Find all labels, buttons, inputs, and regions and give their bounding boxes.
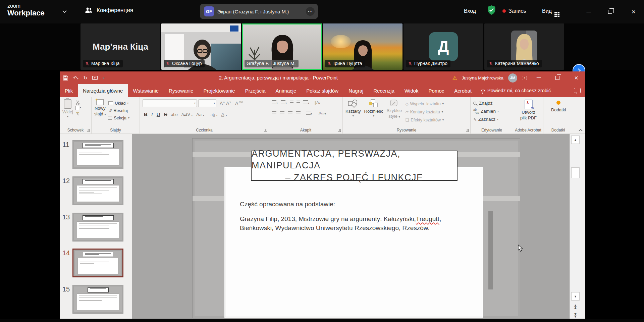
slide-body-text[interactable]: Część opracowana na podstawie: Grażyna F… bbox=[240, 200, 461, 233]
decrease-indent-button[interactable] bbox=[290, 101, 293, 104]
highlight-color-button[interactable]: ab̲ ▾ bbox=[211, 112, 218, 117]
font-dialog-launcher[interactable] bbox=[264, 129, 267, 132]
ribbon-tab-projektowanie[interactable]: Projektowanie bbox=[198, 84, 240, 97]
ribbon-tab-widok[interactable]: Widok bbox=[399, 84, 424, 97]
ribbon-tab-pomoc[interactable]: Pomoc bbox=[424, 84, 449, 97]
ribbon-tab-plik[interactable]: Plik bbox=[60, 84, 78, 97]
customize-qat-icon[interactable]: ▾ bbox=[103, 76, 104, 80]
slide-scrollbar[interactable]: ▲ ▼ ▲▲ ▼▼ bbox=[570, 134, 581, 319]
security-shield-icon[interactable] bbox=[487, 5, 496, 15]
undo-icon[interactable]: ↶▾ bbox=[73, 75, 78, 80]
clear-formatting-button[interactable]: A⌫ bbox=[235, 101, 243, 106]
shapes-button[interactable]: Kształty▾ bbox=[345, 99, 361, 123]
align-right-button[interactable] bbox=[288, 111, 292, 115]
participant-tile[interactable]: Ірина Пуцята bbox=[323, 23, 402, 70]
ppt-restore-button[interactable] bbox=[550, 71, 565, 84]
shape-fill-button[interactable]: ◇̣Wypełn. kształtu▾ bbox=[405, 101, 444, 107]
shape-effects-button[interactable]: ❏Efekty kształtów▾ bbox=[405, 117, 444, 123]
account-avatar[interactable]: JM bbox=[508, 73, 517, 83]
slide-title-placeholder[interactable]: ARGUMENTACJA, PERSWAZJA, MANIPULACJA – Z… bbox=[251, 151, 458, 181]
view-button[interactable]: Вид bbox=[542, 8, 559, 17]
ribbon-tab-rysowanie[interactable]: Rysowanie bbox=[164, 84, 198, 97]
zoom-minimize-button[interactable]: ─ bbox=[580, 0, 597, 23]
font-name-combobox[interactable]: ▾ bbox=[143, 99, 197, 107]
scroll-down-button[interactable]: ▼ bbox=[571, 292, 580, 301]
find-button[interactable]: Znajdź bbox=[473, 100, 511, 106]
line-spacing-button[interactable]: ▾ bbox=[303, 99, 309, 105]
section-button[interactable]: Sekcja▾ bbox=[108, 115, 129, 121]
slide-thumbnail[interactable] bbox=[72, 140, 123, 169]
participant-tile-active-speaker[interactable]: Grażyna F. i Justyna M. bbox=[242, 23, 322, 70]
select-button[interactable]: ⇖Zaznacz▾ bbox=[473, 116, 511, 122]
clipboard-dialog-launcher[interactable] bbox=[87, 129, 90, 132]
decrease-font-button[interactable]: A˅ bbox=[226, 101, 231, 106]
ribbon-tab-animacje[interactable]: Animacje bbox=[271, 84, 302, 97]
save-icon[interactable] bbox=[63, 75, 68, 80]
participant-tile[interactable]: Оксана Гоцур bbox=[161, 23, 241, 70]
shadow-button[interactable]: S bbox=[164, 111, 167, 117]
drawing-dialog-launcher[interactable] bbox=[466, 129, 469, 132]
shared-screen-tab[interactable]: GF Экран (Grażyna F. i Justyna M.) ⋯ bbox=[200, 4, 318, 19]
previous-slide-button[interactable]: ▲▲ bbox=[571, 302, 580, 311]
ribbon-display-options-icon[interactable]: ↑ bbox=[522, 76, 527, 80]
font-size-combobox[interactable]: ▾ bbox=[198, 99, 216, 107]
zoom-restore-button[interactable] bbox=[601, 0, 619, 23]
slide-canvas[interactable]: Część opracowana na podstawie: Grażyna F… bbox=[193, 139, 520, 318]
increase-indent-button[interactable] bbox=[297, 101, 300, 104]
slide-content-placeholder[interactable]: Część opracowana na podstawie: Grażyna F… bbox=[224, 167, 483, 318]
change-case-button[interactable]: Aa ▾ bbox=[196, 112, 204, 117]
start-slideshow-icon[interactable] bbox=[92, 76, 98, 80]
addins-button[interactable]: Dodatki bbox=[546, 101, 571, 112]
cut-icon[interactable] bbox=[75, 100, 80, 105]
sign-in-button[interactable]: Вход bbox=[464, 8, 476, 14]
ribbon-tab-acrobat[interactable]: Acrobat bbox=[449, 84, 477, 97]
shape-outline-button[interactable]: ▱Kontury kształtu▾ bbox=[405, 109, 444, 115]
copy-button[interactable]: ▾ bbox=[75, 106, 81, 110]
ribbon-tab-narzędzia-główne[interactable]: Narzędzia główne bbox=[78, 84, 128, 97]
character-spacing-button[interactable]: A⇄V ▾ bbox=[181, 112, 193, 117]
meeting-tab[interactable]: Конференция bbox=[85, 7, 133, 14]
more-options-icon[interactable]: ⋯ bbox=[306, 7, 315, 16]
strikethrough-button[interactable]: abe bbox=[171, 112, 178, 117]
create-pdf-button[interactable]: Utwórz plik PDF bbox=[516, 100, 541, 120]
slide-thumbnail-selected[interactable] bbox=[72, 249, 123, 277]
paste-button[interactable]: Wklej▾ bbox=[62, 99, 73, 118]
slide-thumbnail[interactable] bbox=[72, 213, 123, 241]
format-painter-icon[interactable] bbox=[75, 111, 80, 116]
replace-button[interactable]: ab⇢acZamień▾ bbox=[473, 108, 511, 114]
align-center-button[interactable] bbox=[280, 111, 284, 115]
columns-button[interactable]: ▾ bbox=[306, 110, 312, 116]
slide-editing-area[interactable]: Część opracowana na podstawie: Grażyna F… bbox=[132, 134, 570, 319]
font-color-button[interactable]: A̲ ▾ bbox=[221, 112, 227, 117]
comments-icon[interactable] bbox=[574, 88, 581, 93]
bold-button[interactable]: B bbox=[144, 111, 148, 117]
layout-button[interactable]: Układ▾ bbox=[108, 100, 129, 106]
redo-icon[interactable]: ↻ bbox=[84, 75, 88, 80]
participant-tile[interactable]: Д Пурнак Дмитро bbox=[404, 23, 483, 70]
collapse-ribbon-button[interactable] bbox=[579, 129, 582, 132]
ppt-close-button[interactable]: × bbox=[569, 71, 583, 84]
paragraph-dialog-launcher[interactable] bbox=[338, 129, 341, 132]
scroll-up-button[interactable]: ▲ bbox=[571, 136, 580, 144]
ribbon-tab-pokaz-slajdów[interactable]: Pokaz slajdów bbox=[301, 84, 343, 97]
participant-tile[interactable]: Катерина Мамаєнко bbox=[484, 23, 564, 70]
ribbon-tab-wstawianie[interactable]: Wstawianie bbox=[128, 84, 164, 97]
justify-button[interactable] bbox=[296, 111, 301, 115]
align-left-button[interactable] bbox=[272, 111, 276, 115]
participant-tile[interactable]: Мар’яна Кіца Мар’яна Кіца bbox=[80, 23, 160, 70]
italic-button[interactable]: I bbox=[151, 112, 153, 117]
arrange-button[interactable]: Rozmieść▾ bbox=[364, 99, 383, 123]
new-slide-button[interactable]: ✦ Nowy slajd ▾ bbox=[94, 99, 106, 121]
scrollbar-thumb[interactable] bbox=[571, 167, 580, 178]
ribbon-tab-nagraj[interactable]: Nagraj bbox=[343, 84, 368, 97]
underline-button[interactable]: U bbox=[157, 111, 160, 117]
reset-button[interactable]: ↺Resetuj bbox=[108, 107, 129, 114]
ribbon-tab-przejścia[interactable]: Przejścia bbox=[240, 84, 271, 97]
quick-styles-button[interactable]: Szybkie style ▾ bbox=[387, 99, 402, 123]
slide-thumbnail[interactable] bbox=[72, 285, 123, 314]
next-slide-button[interactable]: ▼▼ bbox=[571, 311, 580, 319]
bullets-button[interactable]: ▾ bbox=[272, 99, 278, 105]
smartart-button[interactable]: ⇗▭▾ bbox=[318, 110, 326, 116]
ppt-minimize-button[interactable]: ─ bbox=[532, 71, 546, 84]
ribbon-tab-recenzja[interactable]: Recenzja bbox=[368, 84, 399, 97]
